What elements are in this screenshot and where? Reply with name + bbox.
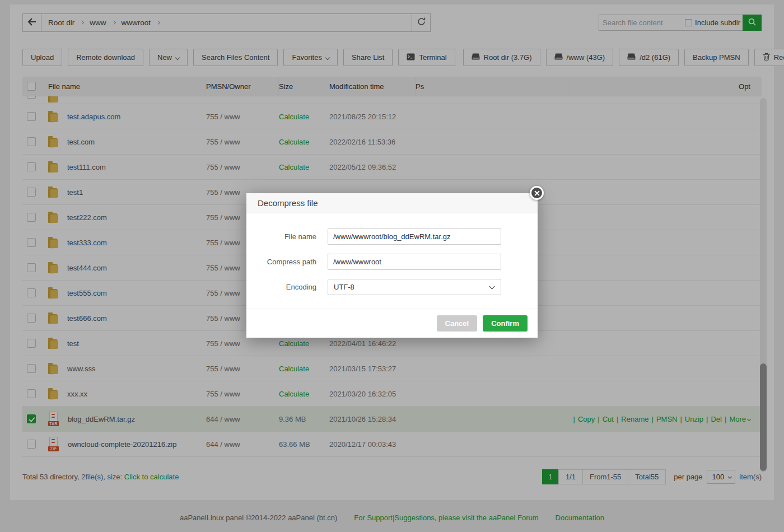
- encoding-label: Encoding: [246, 283, 328, 291]
- dialog-footer: Cancel Confirm: [246, 309, 538, 338]
- encoding-value: UTF-8: [334, 283, 354, 291]
- decompress-dialog: Decompress file File name Compress path …: [246, 193, 538, 338]
- compress-path-input[interactable]: [328, 254, 501, 270]
- file-name-input[interactable]: [328, 228, 501, 245]
- close-icon: [534, 188, 540, 198]
- compress-path-label: Compress path: [246, 258, 328, 266]
- file-name-label: File name: [246, 232, 328, 241]
- confirm-button[interactable]: Confirm: [483, 315, 528, 332]
- cancel-button[interactable]: Cancel: [437, 315, 478, 332]
- close-button[interactable]: [530, 186, 544, 200]
- encoding-select[interactable]: UTF-8: [328, 279, 501, 295]
- dialog-body: File name Compress path Encoding UTF-8: [246, 213, 538, 309]
- dialog-title: Decompress file: [246, 193, 538, 213]
- chevron-down-icon: [489, 284, 495, 290]
